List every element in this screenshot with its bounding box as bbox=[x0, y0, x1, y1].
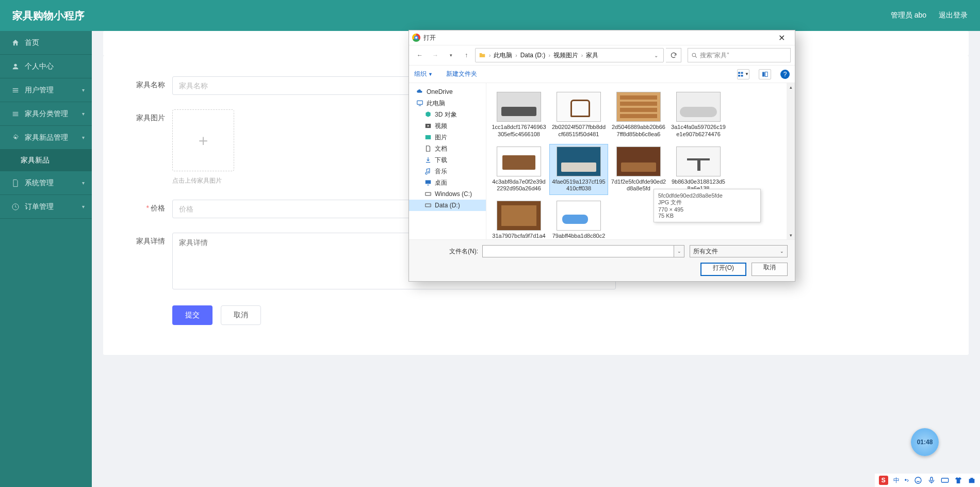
mic-icon[interactable] bbox=[927, 476, 936, 484]
file-name: 79abff4bba1d8c80c2bd9662d bbox=[551, 233, 607, 239]
refresh-button[interactable] bbox=[666, 48, 681, 62]
sidebar-item-new-furniture[interactable]: 家具新品管理 ▾ bbox=[0, 126, 92, 150]
sidebar-item-category[interactable]: 家具分类管理 ▾ bbox=[0, 102, 92, 126]
home-icon bbox=[11, 39, 20, 47]
file-name: 2b02024f5077fbb8ddcf68515f50d481 bbox=[551, 124, 607, 138]
sidebar-item-label: 家具新品管理 bbox=[25, 133, 68, 142]
chevron-right-icon: › bbox=[515, 53, 517, 58]
submit-button[interactable]: 提交 bbox=[172, 305, 213, 325]
sidebar-item-system[interactable]: 系统管理 ▾ bbox=[0, 171, 92, 195]
breadcrumb-item[interactable]: 视频图片 bbox=[553, 51, 578, 60]
ime-punct-icon[interactable]: •› bbox=[905, 477, 909, 484]
label-detail: 家具详情 bbox=[124, 233, 165, 246]
new-folder-button[interactable]: 新建文件夹 bbox=[446, 70, 477, 78]
filename-input[interactable] bbox=[482, 245, 674, 257]
tree-item[interactable]: 视频 bbox=[409, 120, 486, 132]
filename-label: 文件名(N): bbox=[416, 247, 478, 256]
nav-recent-button[interactable]: ▾ bbox=[444, 48, 458, 62]
file-filter-select[interactable]: 所有文件 ⌄ bbox=[690, 245, 788, 257]
list-icon bbox=[11, 110, 20, 118]
file-item[interactable]: 3a1c4fa0a597026c19e1e907b6274476 bbox=[669, 89, 728, 141]
ime-language[interactable]: 中 bbox=[893, 476, 900, 485]
open-button[interactable]: 打开(O) bbox=[700, 263, 746, 276]
cancel-button[interactable]: 取消 bbox=[221, 305, 261, 325]
tree-item[interactable]: 下载 bbox=[409, 154, 486, 166]
chevron-down-icon: ▾ bbox=[82, 87, 85, 93]
address-bar[interactable]: › 此电脑 › Data (D:) › 视频图片 › 家具 ⌄ bbox=[475, 48, 664, 62]
tree-item[interactable]: 3D 对象 bbox=[409, 109, 486, 120]
label-name: 家具名称 bbox=[124, 76, 165, 90]
search-input[interactable]: 搜索"家具" bbox=[688, 48, 791, 62]
view-mode-button[interactable]: ▼ bbox=[737, 69, 749, 79]
sidebar-item-profile[interactable]: 个人中心 bbox=[0, 55, 92, 78]
tree-item[interactable]: 图片 bbox=[409, 132, 486, 143]
clock-icon bbox=[11, 203, 20, 211]
file-name: 31a7907bcfa9f7d1a457dd4126 bbox=[491, 233, 547, 239]
file-item[interactable]: 1cc1a8dcf176746963305ef5c4566108 bbox=[489, 89, 548, 141]
nav-up-button[interactable]: ↑ bbox=[460, 48, 473, 62]
tree-item[interactable]: 桌面 bbox=[409, 177, 486, 188]
file-name: 9b863d0e3188123d58a6e138 bbox=[671, 178, 726, 193]
file-name: 1cc1a8dcf176746963305ef5c4566108 bbox=[491, 124, 547, 138]
file-name: 7d1f2e5fc0dfde90ed2d8a8e5fd bbox=[611, 178, 666, 193]
chevron-right-icon: › bbox=[581, 53, 583, 58]
sidebar-subitem-new-furniture[interactable]: 家具新品 bbox=[0, 150, 92, 171]
address-dropdown[interactable]: ⌄ bbox=[652, 53, 660, 58]
svg-rect-20 bbox=[941, 478, 948, 482]
svg-rect-5 bbox=[741, 72, 743, 74]
tree-item[interactable]: OneDrive bbox=[409, 86, 486, 98]
sidebar-item-users[interactable]: 用户管理 ▾ bbox=[0, 78, 92, 102]
file-item[interactable]: 4c3abf8da7e0f2e39d2292d950a26d46 bbox=[489, 144, 548, 196]
nav-forward-button[interactable]: → bbox=[429, 48, 442, 62]
keyboard-icon[interactable] bbox=[941, 476, 949, 484]
image-icon bbox=[424, 134, 432, 141]
nav-back-button[interactable]: ← bbox=[413, 48, 427, 62]
organize-menu[interactable]: 组织▼ bbox=[414, 70, 433, 78]
scroll-up-button[interactable]: ▴ bbox=[787, 83, 795, 91]
current-user[interactable]: 管理员 abo bbox=[891, 11, 926, 20]
sogou-ime-icon[interactable]: S bbox=[879, 476, 888, 485]
cube-icon bbox=[424, 111, 432, 118]
breadcrumb-item[interactable]: 此电脑 bbox=[494, 51, 512, 60]
svg-point-17 bbox=[430, 205, 430, 205]
svg-rect-9 bbox=[765, 72, 768, 76]
sidebar-item-home[interactable]: 首页 bbox=[0, 31, 92, 55]
file-item[interactable]: 2b02024f5077fbb8ddcf68515f50d481 bbox=[549, 89, 608, 141]
file-item[interactable]: 9b863d0e3188123d58a6e138 bbox=[669, 144, 728, 196]
smile-icon[interactable] bbox=[914, 476, 922, 484]
breadcrumb-item[interactable]: Data (D:) bbox=[520, 52, 546, 59]
file-item[interactable]: 79abff4bba1d8c80c2bd9662d bbox=[549, 198, 608, 239]
gear-icon bbox=[11, 134, 20, 142]
skin-icon[interactable] bbox=[954, 476, 962, 484]
file-item[interactable]: 7d1f2e5fc0dfde90ed2d8a8e5fd bbox=[609, 144, 668, 196]
file-thumbnail bbox=[497, 201, 541, 231]
file-item[interactable]: 2d5046889abb20b667ff8d85bb6c8ea6 bbox=[609, 89, 668, 141]
scroll-down-button[interactable]: ▾ bbox=[787, 231, 795, 239]
music-icon bbox=[424, 168, 432, 175]
dialog-cancel-button[interactable]: 取消 bbox=[752, 263, 788, 276]
preview-pane-button[interactable] bbox=[759, 69, 771, 79]
toolbox-icon[interactable] bbox=[968, 476, 976, 484]
sidebar-item-orders[interactable]: 订单管理 ▾ bbox=[0, 195, 92, 219]
help-button[interactable]: ? bbox=[780, 70, 790, 79]
close-button[interactable]: ✕ bbox=[771, 33, 792, 43]
breadcrumb-item[interactable]: 家具 bbox=[586, 51, 598, 60]
disk-icon bbox=[424, 190, 432, 198]
timer-badge[interactable]: 01:48 bbox=[911, 428, 939, 456]
file-item[interactable]: 4fae0519a1237cf195410cff038 bbox=[549, 144, 608, 196]
tree-item-label: 音乐 bbox=[435, 167, 447, 176]
tree-item-label: 图片 bbox=[435, 133, 447, 142]
file-item[interactable]: 31a7907bcfa9f7d1a457dd4126 bbox=[489, 198, 548, 239]
svg-point-0 bbox=[14, 63, 17, 66]
tree-item[interactable]: Windows (C:) bbox=[409, 188, 486, 200]
tree-item[interactable]: Data (D:) bbox=[409, 200, 486, 211]
tree-item[interactable]: 音乐 bbox=[409, 166, 486, 177]
chevron-down-icon: ▾ bbox=[82, 180, 85, 186]
upload-button[interactable]: ＋ bbox=[172, 109, 234, 171]
logout-link[interactable]: 退出登录 bbox=[939, 11, 968, 20]
tree-item[interactable]: 文档 bbox=[409, 143, 486, 154]
tree-item[interactable]: 此电脑 bbox=[409, 98, 486, 109]
scrollbar[interactable]: ▴ ▾ bbox=[787, 83, 795, 239]
chevron-down-icon: ▾ bbox=[82, 135, 85, 140]
filename-dropdown[interactable]: ⌄ bbox=[674, 245, 684, 257]
